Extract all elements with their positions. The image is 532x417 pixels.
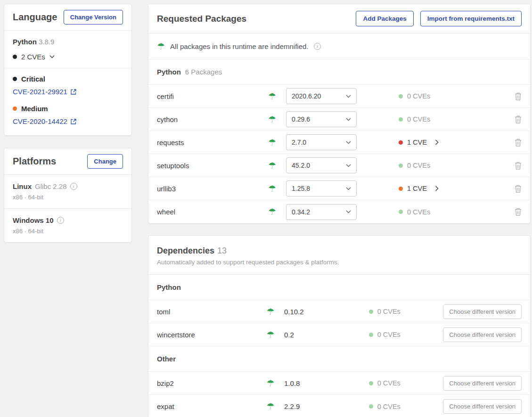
package-version: 1.0.8 <box>284 379 354 387</box>
choose-different-version-button[interactable]: Choose different version <box>443 304 522 319</box>
cve-ok-dot <box>369 404 373 409</box>
cve-ok-dot <box>369 381 373 385</box>
umbrella-icon: ☂ <box>266 379 274 388</box>
section-label: Python <box>157 283 181 291</box>
umbrella-icon: ☂ <box>268 161 276 170</box>
package-row: requests ☂ 2.7.0 1 CVE <box>148 131 530 154</box>
cve-status: 0 CVEs <box>399 92 479 100</box>
cve-medium-dot <box>399 187 403 191</box>
cve-ok-dot <box>399 210 403 214</box>
package-name: requests <box>157 139 268 147</box>
umbrella-icon: ☂ <box>268 138 276 147</box>
cve-status: 0 CVEs <box>369 379 443 387</box>
choose-different-version-button[interactable]: Choose different version <box>443 376 522 391</box>
umbrella-icon: ☂ <box>268 115 276 124</box>
package-name: setuptools <box>157 162 268 170</box>
platforms-card: Platforms Change Linux Glibc 2.28 i x86 … <box>4 148 132 243</box>
delete-package-button[interactable] <box>515 115 522 123</box>
import-requirements-button[interactable]: Import from requirements.txt <box>420 11 522 26</box>
language-card-title: Language <box>13 12 57 23</box>
cve-status-label: 0 CVEs <box>377 379 401 387</box>
package-row: cython ☂ 0.29.6 0 CVEs <box>148 108 530 131</box>
cve-status: 0 CVEs <box>369 331 443 338</box>
platforms-card-title: Platforms <box>13 156 56 167</box>
requested-packages-card: Requested Packages Add Packages Import f… <box>148 4 531 224</box>
cve-link[interactable]: CVE-2021-29921 <box>13 88 76 96</box>
cve-link[interactable]: CVE-2020-14422 <box>13 117 76 125</box>
umbrella-icon: ☂ <box>268 184 276 193</box>
cve-status: 0 CVEs <box>399 162 479 169</box>
package-name: toml <box>157 308 266 316</box>
section-label: Python <box>157 68 181 76</box>
package-row: certifi ☂ 2020.6.20 0 CVEs <box>148 85 530 108</box>
package-version: 2.2.9 <box>284 402 354 410</box>
cve-group: Medium CVE-2020-14422 <box>13 105 123 126</box>
chevron-right-icon <box>435 139 439 145</box>
umbrella-icon: ☂ <box>157 42 165 51</box>
platform-detail-label: Glibc 2.28 <box>35 182 67 190</box>
cve-status-expand[interactable]: 1 CVE <box>399 139 479 146</box>
info-icon[interactable]: i <box>57 217 64 224</box>
external-link-icon <box>71 89 76 95</box>
cve-ok-dot <box>369 310 373 314</box>
version-select-value: 1.25.8 <box>292 185 310 192</box>
indemnified-note-text: All packages in this runtime are indemni… <box>170 42 308 50</box>
indemnified-note: ☂ All packages in this runtime are indem… <box>148 33 530 59</box>
platform-arch-label: x86 · 64-bit <box>13 194 123 201</box>
info-icon[interactable]: i <box>314 43 321 50</box>
cve-ok-dot <box>369 333 373 337</box>
dependency-row: toml ☂ 0.10.2 0 CVEs Choose different ve… <box>148 300 530 323</box>
chevron-down-icon <box>346 118 351 121</box>
version-select-value: 2020.6.20 <box>292 92 321 100</box>
left-sidebar: Language Change Version Python 3.8.9 2 C… <box>4 4 132 243</box>
requested-packages-title: Requested Packages <box>157 14 246 24</box>
choose-different-version-button[interactable]: Choose different version <box>443 399 522 414</box>
package-name: wheel <box>157 208 268 216</box>
version-select[interactable]: 0.34.2 <box>286 204 357 220</box>
cve-status: 0 CVEs <box>399 115 479 123</box>
cve-critical-dot <box>399 140 403 145</box>
cve-status-label: 1 CVE <box>407 139 427 146</box>
language-cve-summary-toggle[interactable]: 2 CVEs <box>13 53 123 61</box>
cve-severity: Medium <box>13 105 123 113</box>
cve-summary-dot <box>13 55 17 59</box>
version-select[interactable]: 2.7.0 <box>286 134 357 150</box>
add-packages-button[interactable]: Add Packages <box>356 11 413 26</box>
cve-status-label: 0 CVEs <box>377 331 401 338</box>
cve-status-label: 1 CVE <box>407 185 427 192</box>
delete-package-button[interactable] <box>515 208 522 216</box>
version-select-value: 0.29.6 <box>292 115 310 123</box>
chevron-down-icon <box>346 187 351 190</box>
info-icon[interactable]: i <box>70 183 77 190</box>
severity-label: Medium <box>21 105 48 113</box>
cve-status: 0 CVEs <box>369 403 443 410</box>
version-select[interactable]: 1.25.8 <box>286 180 357 196</box>
chevron-down-icon <box>346 95 351 98</box>
version-select[interactable]: 0.29.6 <box>286 111 357 127</box>
cve-status-expand[interactable]: 1 CVE <box>399 185 479 192</box>
version-select-value: 2.7.0 <box>292 139 306 146</box>
dependency-row: wincertstore ☂ 0.2 0 CVEs Choose differe… <box>148 323 530 346</box>
chevron-down-icon <box>49 55 55 58</box>
section-count: 6 Packages <box>185 68 222 76</box>
language-card: Language Change Version Python 3.8.9 2 C… <box>4 4 132 136</box>
choose-different-version-button[interactable]: Choose different version <box>443 327 522 342</box>
dependencies-count: 13 <box>217 246 227 255</box>
language-name: Python 3.8.9 <box>13 38 123 46</box>
version-select[interactable]: 2020.6.20 <box>286 88 357 104</box>
version-select-value: 0.34.2 <box>292 208 310 216</box>
delete-package-button[interactable] <box>515 162 522 170</box>
severity-dot-medium <box>13 106 17 111</box>
delete-package-button[interactable] <box>515 185 522 193</box>
cve-ok-dot <box>399 117 403 122</box>
dependencies-title: Dependencies13 <box>157 246 522 256</box>
change-version-button[interactable]: Change Version <box>64 10 123 25</box>
python-section-header: Python 6 Packages <box>148 59 530 85</box>
version-select[interactable]: 45.2.0 <box>286 157 357 173</box>
delete-package-button[interactable] <box>515 92 522 100</box>
package-row: urllib3 ☂ 1.25.8 1 CVE <box>148 177 530 200</box>
delete-package-button[interactable] <box>515 139 522 147</box>
change-platforms-button[interactable]: Change <box>87 154 123 169</box>
cve-severity: Critical <box>13 75 123 83</box>
cve-summary-label: 2 CVEs <box>21 53 45 61</box>
